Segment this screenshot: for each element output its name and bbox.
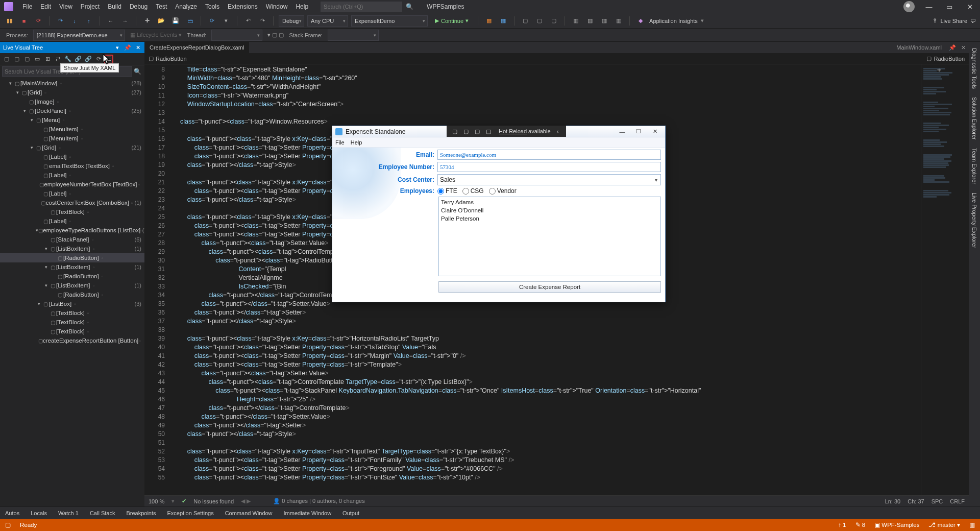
process-combo[interactable]: [21188] ExpenseItDemo.exe [33, 30, 125, 41]
pin-icon[interactable]: 📌 [947, 42, 958, 53]
tree-node[interactable]: ▢[Label] ▫ [0, 152, 144, 161]
insights-icon[interactable]: ◆ [635, 15, 646, 27]
wpf-app-window[interactable]: ▢ ▢ ▢ ▢ Hot Reload available ‹ ExpenseIt… [332, 126, 666, 302]
wpf-menu-help[interactable]: Help [351, 139, 362, 146]
email-input[interactable] [437, 150, 661, 160]
menu-help[interactable]: Help [291, 1, 312, 12]
tree-node[interactable]: ▢[Label] ▫ [0, 171, 144, 180]
solution-platform-combo[interactable]: Any CPU [307, 15, 348, 27]
bottom-tab-autos[interactable]: Autos [3, 509, 21, 518]
bottom-tab-exception-settings[interactable]: Exception Settings [165, 509, 216, 518]
tb-icon-a[interactable]: ▦ [483, 15, 495, 27]
tree-node[interactable]: ▾▢[ListBoxItem] ▫(1) [0, 262, 144, 272]
undo-icon[interactable]: ↶ [242, 15, 254, 27]
menu-view[interactable]: View [55, 1, 77, 12]
status-icon[interactable]: ▥ [969, 521, 975, 528]
tree-node[interactable]: ▾▢[ListBoxItem] ▫(1) [0, 244, 144, 253]
pin-icon[interactable]: 📌 [124, 44, 131, 51]
rail-tab-solution-explorer[interactable]: Solution Explorer [970, 93, 978, 144]
wpf-debug-adorner[interactable]: ▢ ▢ ▢ ▢ Hot Reload available ‹ [447, 126, 566, 137]
zoom-level[interactable]: 100 % [149, 498, 164, 504]
tree-node[interactable]: ▾▢[MainWindow] ▫(28) [0, 79, 144, 88]
restart-icon[interactable]: ⟳ [33, 15, 44, 27]
tb-icon-c[interactable]: ▢ [520, 15, 531, 27]
adorner-chevron-icon[interactable]: ‹ [554, 127, 562, 135]
radio-csg[interactable]: CSG [462, 187, 484, 195]
user-avatar-icon[interactable] [903, 1, 915, 12]
tree-node[interactable]: ▢[Image] ▫ [0, 97, 144, 106]
menu-build[interactable]: Build [104, 1, 126, 12]
tree-node[interactable]: ▾▢[ListBoxItem] ▫(1) [0, 281, 144, 290]
bottom-tab-watch-1[interactable]: Watch 1 [56, 509, 81, 518]
menu-edit[interactable]: Edit [36, 1, 55, 12]
bottom-tab-breakpoints[interactable]: Breakpoints [124, 509, 158, 518]
search-icon[interactable]: 🔍 [404, 2, 414, 12]
step-into-icon[interactable]: ↓ [69, 15, 80, 27]
tree-node[interactable]: ▢[RadioButton] ▫ [0, 290, 144, 299]
tb-icon-d[interactable]: ▢ [534, 15, 545, 27]
close-icon[interactable]: ✕ [134, 44, 141, 51]
tree-node[interactable]: ▢[TextBlock] ▫ [0, 308, 144, 318]
open-icon[interactable]: 📂 [156, 15, 167, 27]
rail-tab-live-property-explorer[interactable]: Live Property Explorer [970, 188, 978, 252]
liveshare-label[interactable]: Live Share [940, 18, 967, 24]
bottom-tab-locals[interactable]: Locals [29, 509, 49, 518]
menu-debug[interactable]: Debug [126, 1, 152, 12]
wpf-close-button[interactable]: ✕ [648, 127, 662, 136]
tb-icon-b[interactable]: ▦ [498, 15, 509, 27]
stop-icon[interactable]: ■ [18, 15, 30, 27]
push-indicator[interactable]: ↑ 1 [838, 522, 846, 528]
nav-back-icon[interactable]: ← [105, 15, 116, 27]
create-expense-report-button[interactable]: Create Expense Report [438, 281, 661, 293]
tree-node[interactable]: ▢employeeNumberTextBox [TextBox] ▫ [0, 180, 144, 189]
tree-node[interactable]: ▢[RadioButton] ▫ [0, 272, 144, 281]
close-button[interactable]: ✕ [964, 3, 976, 11]
show-just-my-xaml-button[interactable]: ☰ [104, 55, 113, 64]
feedback-icon[interactable]: 🗩 [970, 18, 976, 24]
menu-tools[interactable]: Tools [201, 1, 224, 12]
cost-center-combo[interactable]: Sales [437, 174, 661, 185]
dropdown-icon[interactable]: ▾ [114, 44, 121, 51]
employee-item[interactable]: Palle Peterson [441, 214, 658, 223]
menu-window[interactable]: Window [262, 1, 292, 12]
lvt-btn-3[interactable]: ▢ [22, 55, 32, 64]
employee-number-input[interactable] [437, 162, 661, 172]
lvt-btn-9[interactable]: 🔗 [84, 55, 93, 64]
changes-indicator[interactable]: ✎ 8 [855, 521, 866, 528]
breadcrumb-right[interactable]: RadioButton [934, 56, 965, 62]
menu-project[interactable]: Project [77, 1, 104, 12]
wpf-minimize-button[interactable]: ― [615, 127, 629, 136]
menu-test[interactable]: Test [152, 1, 171, 12]
visual-tree[interactable]: ▾▢[MainWindow] ▫(28)▾▢[Grid] ▫(27)▢[Imag… [0, 78, 144, 506]
new-item-icon[interactable]: ✚ [141, 15, 153, 27]
adorner-btn2[interactable]: ▢ [462, 127, 470, 135]
rail-tab-diagnostic-tools[interactable]: Diagnostic Tools [970, 44, 978, 93]
redo-icon[interactable]: ↷ [257, 15, 268, 27]
tree-node[interactable]: ▾▢[Grid] ▫(21) [0, 143, 144, 152]
wpf-menu-file[interactable]: File [335, 139, 345, 146]
branch-label[interactable]: ⎇ master ▾ [928, 521, 960, 528]
bottom-tab-immediate-window[interactable]: Immediate Window [282, 509, 334, 518]
bottom-tab-output[interactable]: Output [340, 509, 361, 518]
lvt-btn-10[interactable]: ⟳ [94, 55, 103, 64]
radio-vendor[interactable]: Vendor [489, 187, 517, 195]
continue-button[interactable]: ▶ Continue ▾ [431, 17, 473, 24]
tree-node[interactable]: ▾▢[Menu] ▫ [0, 115, 144, 125]
close-icon[interactable]: ✕ [958, 42, 969, 53]
tree-node[interactable]: ▢emailTextBox [TextBox] ▫ [0, 161, 144, 171]
lvt-btn-5[interactable]: ⊞ [43, 55, 52, 64]
lvt-btn-4[interactable]: ▭ [33, 55, 42, 64]
lvt-btn-8[interactable]: 🔗 [74, 55, 83, 64]
tb-icon-i[interactable]: ▥ [613, 15, 624, 27]
stackframe-combo[interactable] [328, 30, 379, 41]
pause-icon[interactable]: ▮▮ [4, 15, 15, 27]
tree-node[interactable]: ▢[MenuItem] ▫ [0, 125, 144, 134]
search-icon[interactable]: 🔍 [132, 68, 142, 75]
lvt-btn-7[interactable]: 🔧 [63, 55, 72, 64]
tree-node[interactable]: ▢[Label] ▫ [0, 189, 144, 198]
tree-node[interactable]: ▢[Label] ▫ [0, 216, 144, 226]
breadcrumb-left[interactable]: RadioButton [156, 56, 187, 62]
solution-config-combo[interactable]: Debug [279, 15, 304, 27]
dropdown-icon[interactable]: ▾ [220, 15, 232, 27]
save-all-icon[interactable]: 🗃 [184, 15, 195, 27]
